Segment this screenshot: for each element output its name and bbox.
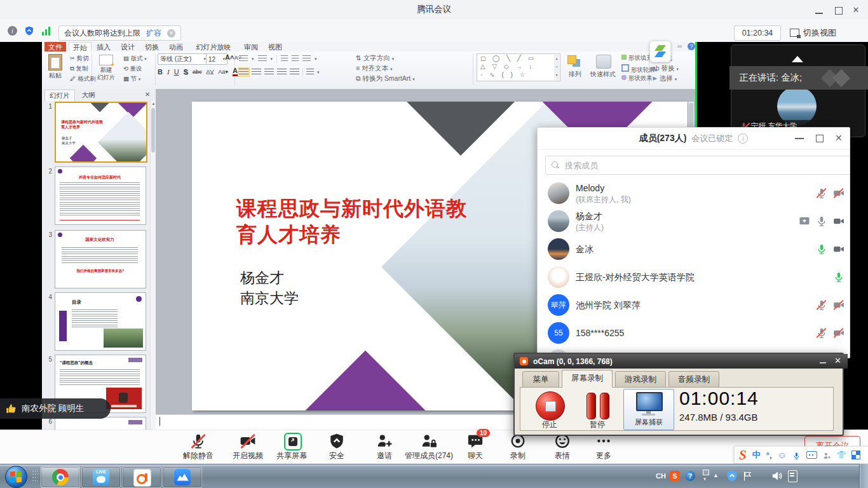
arrange-icon[interactable]: [567, 55, 583, 68]
close-button[interactable]: ✕: [848, 5, 864, 15]
minimize-button[interactable]: [811, 5, 827, 15]
slide-thumb-4[interactable]: 目录: [55, 292, 146, 351]
tray-shield-icon[interactable]: [726, 469, 738, 483]
tray-language-indicator[interactable]: CH: [656, 472, 666, 480]
member-row[interactable]: 杨金才 (主持人): [538, 207, 850, 235]
search-input[interactable]: [564, 160, 808, 171]
screen-capture-button[interactable]: 屏幕捕获: [623, 389, 674, 430]
ppt-tab-review[interactable]: 审阅: [240, 42, 262, 51]
member-row[interactable]: 王煜欣-对外经贸大学英语学院: [538, 263, 850, 291]
camera-muted-icon[interactable]: [833, 299, 844, 311]
ocam-close-button[interactable]: ✕: [834, 356, 841, 365]
tray-window-icon[interactable]: ▼: [700, 470, 709, 482]
member-row[interactable]: 金冰: [538, 235, 850, 263]
ppt-tab-insert[interactable]: 插入: [93, 42, 114, 51]
arrange-button[interactable]: 排列: [562, 70, 588, 79]
pause-button[interactable]: [600, 393, 609, 419]
show-desktop-button[interactable]: [859, 464, 868, 488]
ime-lang-icon[interactable]: 中: [752, 449, 761, 461]
layout-button[interactable]: ▤ 版式 ▾: [123, 55, 147, 63]
text-direction-button[interactable]: ⇅ 文字方向 ▾: [356, 54, 394, 63]
mic-on-icon[interactable]: [816, 215, 827, 227]
panel-maximize-button[interactable]: [816, 135, 824, 142]
start-button[interactable]: [5, 466, 27, 488]
ppt-tab-file[interactable]: 文件: [44, 42, 66, 51]
panel-close-button[interactable]: ✕: [835, 133, 843, 143]
ime-emoji-icon[interactable]: ☺: [778, 450, 787, 460]
smartart-button[interactable]: ⧉ 转换为 SmartArt ▾: [356, 74, 415, 83]
section-button[interactable]: ▦ 节 ▾: [123, 75, 140, 83]
cut-button[interactable]: ✂ 剪切: [70, 55, 89, 63]
tencent-meeting-taskbar-button[interactable]: [163, 466, 202, 488]
pane-close-icon[interactable]: ✕: [145, 91, 150, 98]
member-row[interactable]: 55 158****6255: [538, 319, 850, 347]
network-signal-icon[interactable]: [42, 26, 52, 36]
font-style-buttons[interactable]: BIUSabcA̲V̲Aa▾A: [158, 67, 234, 76]
paste-icon[interactable]: [48, 54, 62, 71]
reset-button[interactable]: ⟲ 重设: [123, 65, 142, 73]
paste-button[interactable]: 粘贴: [44, 71, 66, 80]
pane-tab-slides[interactable]: 幻灯片: [44, 90, 75, 101]
tray-show-hidden-icon[interactable]: ▲: [713, 472, 719, 478]
tray-volume-icon[interactable]: [771, 470, 783, 482]
sogou-logo-icon[interactable]: S: [739, 447, 747, 463]
tray-flag-icon[interactable]: [742, 470, 753, 482]
chrome-taskbar-button[interactable]: [41, 466, 80, 488]
slide-thumb-1[interactable]: 课程思政与新时代外语教 育人才培养 杨金才 南京大学: [55, 102, 147, 163]
align-buttons[interactable]: ▾: [239, 68, 320, 76]
panel-minimize-button[interactable]: [795, 138, 804, 139]
ime-punctuation-icon[interactable]: °,: [766, 451, 772, 460]
ocam-tab-audio-record[interactable]: 音频录制: [668, 371, 719, 388]
camera-muted-icon[interactable]: [833, 187, 844, 199]
format-painter-button[interactable]: 🖉 格式刷: [70, 75, 96, 83]
maximize-button[interactable]: [830, 5, 846, 15]
ocam-minimize-button[interactable]: [820, 362, 826, 363]
ocam-titlebar[interactable]: oCam (0, 0, 1366, 768) ✕: [515, 354, 848, 369]
plugin-float-icon[interactable]: [649, 41, 671, 62]
bilibili-live-taskbar-button[interactable]: LIVE: [81, 466, 121, 488]
ime-account-icon[interactable]: [823, 451, 831, 459]
ppt-tab-transitions[interactable]: 切换: [141, 42, 163, 51]
quick-styles-button[interactable]: 快速样式: [588, 70, 618, 79]
mic-muted-icon[interactable]: [816, 187, 827, 199]
mic-speaking-icon[interactable]: [816, 243, 827, 255]
notice-close-icon[interactable]: ✕: [167, 29, 175, 37]
ocam-tab-menu[interactable]: 菜单: [522, 371, 559, 388]
replace-button[interactable]: ab 替换 ▾: [652, 64, 679, 73]
info-icon[interactable]: i: [8, 26, 17, 36]
help-icon[interactable]: ?: [688, 43, 695, 50]
slide-author[interactable]: 杨金才: [240, 268, 284, 288]
ppt-tab-view[interactable]: 视图: [264, 42, 286, 51]
camera-on-icon[interactable]: [833, 243, 844, 255]
mic-muted-icon[interactable]: [816, 299, 827, 311]
pane-tab-outline[interactable]: 大纲: [76, 90, 100, 100]
pause-button[interactable]: [587, 393, 596, 419]
ppt-tab-home[interactable]: 开始: [69, 42, 92, 52]
quick-styles-icon[interactable]: [596, 55, 611, 69]
shape-effects-button[interactable]: 形状效果▾: [621, 74, 654, 83]
font-size-select[interactable]: 12▾: [206, 53, 227, 65]
switch-view-button[interactable]: 切换视图: [790, 25, 836, 40]
ocam-taskbar-button[interactable]: [122, 466, 161, 488]
slide-thumb-3[interactable]: 国家文化软实力 我们所做的离国家需求有多远?: [55, 230, 146, 288]
member-row[interactable]: 翠萍 池州学院 刘翠萍: [538, 291, 850, 319]
tray-help-icon[interactable]: ?: [685, 471, 695, 481]
copy-button[interactable]: ⧉ 复制: [70, 65, 88, 73]
expand-link[interactable]: 扩容: [146, 28, 161, 39]
slide-thumb-6[interactable]: [55, 417, 146, 431]
slide-affiliation[interactable]: 南京大学: [240, 288, 299, 308]
stop-button[interactable]: [536, 391, 565, 421]
new-slide-icon[interactable]: ✦: [99, 55, 113, 65]
mic-speaking-icon[interactable]: [833, 271, 844, 283]
camera-on-icon[interactable]: [833, 215, 844, 227]
list-buttons[interactable]: ▾▾ ▾: [239, 55, 317, 63]
ocam-tab-screen-record[interactable]: 屏幕录制: [562, 370, 613, 388]
ime-skin-icon[interactable]: 👕: [837, 451, 846, 459]
ime-voice-icon[interactable]: [792, 451, 801, 459]
ocam-tab-game-record[interactable]: 游戏录制: [615, 371, 666, 388]
locked-info-icon[interactable]: i: [738, 133, 748, 144]
font-family-select[interactable]: 等线 (正文)▾: [158, 53, 208, 65]
ime-toolbox-icon[interactable]: [852, 451, 860, 459]
collapse-arrow-icon[interactable]: [792, 56, 803, 62]
tray-tablet-icon[interactable]: [788, 470, 797, 482]
